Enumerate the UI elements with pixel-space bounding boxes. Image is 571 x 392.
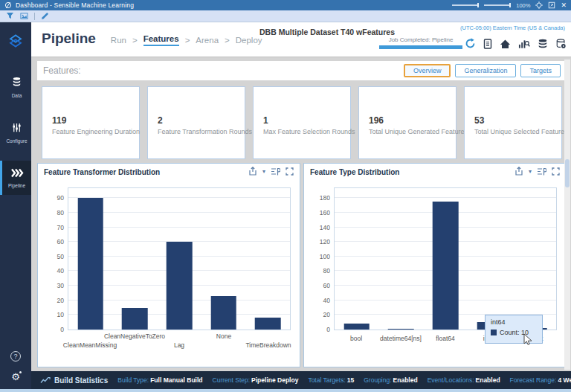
stat-label: Total Unique Selected Features (474, 128, 568, 135)
report-document-icon[interactable] (483, 39, 492, 52)
quick-toolbar (0, 10, 571, 22)
settings-gear-icon[interactable]: ⚙ (11, 372, 20, 382)
breadcrumb-arena[interactable]: Arena (196, 36, 219, 45)
x-axis-category-label: None (216, 332, 231, 340)
sidebar-item-configure[interactable]: Configure (0, 115, 31, 150)
feature-type-distribution-panel: Feature Type Distribution ▾ 020406080100… (303, 163, 567, 367)
x-axis-category-label: CleanNegativeToZero (104, 332, 165, 340)
field-total-targets: Total Targets:15 (308, 376, 354, 384)
y-axis-tick-label: 80 (42, 209, 64, 216)
export-icon[interactable] (248, 165, 257, 179)
breadcrumb-separator: > (185, 36, 190, 45)
stat-value: 1 (263, 115, 355, 126)
field-current-step: Current Step:Pipeline Deploy (213, 376, 299, 384)
y-axis-tick-label: 80 (308, 267, 330, 274)
features-bar: Features: Overview Generalization Target… (37, 61, 567, 80)
mouse-cursor-icon (523, 333, 532, 349)
vertical-scrollbar[interactable] (564, 60, 570, 370)
help-icon[interactable]: ? (10, 351, 21, 362)
x-axis-category-label: datetime64[ns] (380, 335, 422, 342)
y-axis-tick-label: 30 (42, 282, 64, 289)
edit-pencil-icon[interactable] (41, 10, 49, 23)
scrollbar-thumb[interactable] (565, 159, 570, 187)
field-build-type: Build Type:Full Manual Build (117, 376, 202, 384)
bar-TimeBreakdown[interactable] (255, 318, 281, 330)
sidebar-item-data[interactable]: Data (0, 70, 31, 105)
stat-label: Max Feature Selection Rounds (263, 128, 355, 135)
database-gear-icon[interactable] (555, 39, 567, 52)
window-bottom-border (0, 389, 571, 392)
sidebar-item-pipeline[interactable]: Pipeline (0, 161, 31, 195)
bar-float64[interactable] (433, 202, 459, 330)
job-progress-bar (379, 45, 462, 49)
export-icon[interactable] (514, 165, 523, 179)
stat-value: 2 (158, 115, 252, 126)
filter-icon[interactable] (6, 10, 14, 23)
sidebar-item-label: Pipeline (8, 183, 25, 188)
zoom-slider[interactable] (452, 4, 479, 6)
bar-bool[interactable] (344, 324, 370, 330)
zoom-level: 100% (516, 2, 530, 9)
breadcrumb-run[interactable]: Run (111, 36, 126, 45)
tooltip-series-swatch (491, 330, 497, 335)
database-icon (11, 77, 22, 91)
y-axis-tick-label: 50 (42, 253, 64, 260)
y-axis-tick-label: 60 (308, 282, 330, 289)
y-axis-tick-label: 160 (308, 209, 330, 216)
expand-icon[interactable] (286, 165, 294, 179)
field-forecast-range: Forecast Range:4 Weeks (510, 376, 571, 384)
stat-value: 119 (52, 115, 140, 126)
window-titlebar: Dashboard - Sensible Machine Learning 10… (0, 0, 571, 10)
panel-title: Feature Type Distribution (310, 168, 399, 176)
plot-settings-icon[interactable] (537, 165, 546, 179)
x-axis-category-label: CleanMeanMissing (63, 341, 117, 349)
page-header: Pipeline Run > Features > Arena > Deploy… (31, 22, 571, 57)
x-axis-category-label: Lag (174, 341, 184, 349)
plot-settings-icon[interactable] (271, 165, 280, 179)
generalization-button[interactable]: Generalization (455, 64, 516, 77)
y-axis-tick-label: 180 (308, 194, 330, 202)
bar-datetime64[ns][interactable] (388, 329, 414, 330)
export-caret-icon[interactable]: ▾ (529, 169, 532, 175)
expand-icon[interactable] (552, 165, 560, 179)
field-event-locations: Event/Locations:Enabled (428, 376, 500, 384)
bar-CleanMeanMissing[interactable] (78, 198, 104, 330)
export-caret-icon[interactable]: ▾ (262, 169, 265, 175)
refresh-icon[interactable] (465, 38, 476, 52)
charts-row: Feature Transformer Distribution ▾ 01020… (37, 163, 567, 367)
pipeline-chevrons-icon (10, 167, 24, 181)
database-stack-icon[interactable] (538, 39, 548, 52)
snapshot-icon[interactable] (20, 10, 28, 23)
chart-tooltip: int64 Count: 10 (485, 315, 543, 344)
plot-area: 0102030405060708090 (68, 187, 291, 330)
home-icon[interactable] (500, 39, 511, 52)
y-axis-tick-label: 40 (308, 297, 330, 304)
chart-search-icon[interactable] (518, 39, 530, 52)
stat-card-max-feature-selection-rounds: 1 Max Feature Selection Rounds (253, 86, 351, 159)
y-axis-tick-label: 10 (42, 311, 64, 318)
y-axis-tick-label: 20 (42, 297, 64, 304)
y-axis-tick-label: 100 (308, 253, 330, 260)
breadcrumb-deploy[interactable]: Deploy (236, 36, 262, 45)
overview-button[interactable]: Overview (404, 64, 451, 77)
sliders-icon (11, 122, 22, 136)
scale-slider[interactable] (484, 4, 511, 6)
stat-card-total-unique-selected-features: 53 Total Unique Selected Features (464, 86, 562, 159)
stat-card-total-unique-generated-features: 196 Total Unique Generated Features (358, 86, 457, 159)
gridline (335, 197, 556, 198)
field-grouping: Grouping:Enabled (364, 376, 417, 384)
tooltip-category: int64 (491, 318, 537, 326)
bar-CleanNegativeToZero[interactable] (122, 308, 148, 330)
stat-card-feature-transformation-rounds: 2 Feature Transformation Rounds (147, 86, 245, 159)
close-icon[interactable]: ✕ (561, 2, 567, 9)
window-title: Dashboard - Sensible Machine Learning (16, 1, 134, 9)
breadcrumb-separator: > (225, 36, 230, 45)
targets-button[interactable]: Targets (520, 64, 561, 77)
bar-Lag[interactable] (167, 242, 193, 330)
bar-None[interactable] (210, 296, 236, 330)
y-axis-tick-label: 40 (42, 267, 64, 274)
stat-label: Feature Transformation Rounds (158, 128, 252, 135)
brand-logo-icon[interactable] (0, 22, 31, 70)
stat-value: 196 (369, 115, 468, 126)
sidebar-item-label: Configure (6, 138, 27, 144)
